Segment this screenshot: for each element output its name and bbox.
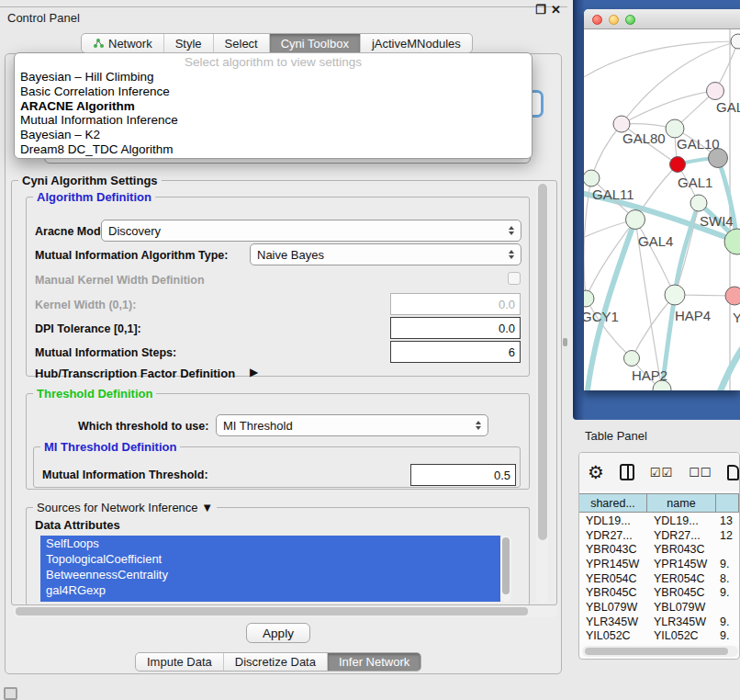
network-node-gal4[interactable] — [626, 210, 645, 230]
gear-icon[interactable]: ⚙ — [588, 463, 604, 481]
network-node-gal10[interactable] — [666, 119, 684, 138]
algorithm-definition-title: Algorithm Definition — [33, 190, 155, 204]
attr-list-scrollbar-thumb[interactable] — [502, 537, 510, 594]
tab-style[interactable]: Style — [164, 34, 214, 52]
table-cell: YPR145W — [647, 557, 716, 571]
tab-network[interactable]: Network — [82, 34, 164, 52]
network-edge[interactable] — [591, 124, 622, 178]
network-node-gcy1[interactable] — [584, 290, 594, 307]
table-hscrollbar-track[interactable] — [582, 646, 738, 657]
manual-kernel-checkbox[interactable] — [508, 272, 521, 285]
select-all-checkboxes-icon[interactable]: ☑☑ — [650, 466, 673, 480]
settings-hscrollbar-thumb[interactable] — [16, 607, 528, 615]
apply-button[interactable]: Apply — [246, 623, 310, 643]
deselect-checkboxes-icon[interactable]: ☐☐ — [689, 466, 712, 480]
table-hscrollbar-thumb[interactable] — [585, 648, 728, 655]
aracne-mode-combo[interactable]: Discovery — [101, 220, 521, 242]
sources-title[interactable]: Sources for Network Inference ▼ — [33, 501, 217, 514]
settings-vscrollbar-thumb[interactable] — [538, 184, 547, 540]
mi-type-combo[interactable]: Naive Bayes — [250, 243, 521, 265]
table-row[interactable]: YDL19...YDL19...13 — [579, 514, 739, 528]
panel-title: Control Panel — [7, 11, 80, 25]
network-node-gal1[interactable] — [670, 157, 686, 173]
table-cell: YER054C — [647, 571, 716, 586]
which-threshold-label: Which threshold to use: — [78, 420, 208, 433]
tab-select[interactable]: Select — [214, 34, 270, 52]
attr-list-scrollbar-track[interactable] — [500, 536, 511, 602]
network-edge[interactable] — [622, 91, 715, 124]
zoom-traffic-light-icon[interactable] — [625, 15, 635, 25]
mit-input[interactable]: 0.5 — [410, 464, 516, 486]
table-row[interactable]: YER054CYER054C8. — [579, 571, 739, 586]
control-panel-titlebar: Control Panel — [0, 7, 567, 29]
sources-title-text: Sources for Network Inference — [37, 501, 198, 514]
minimized-panel-icon[interactable] — [4, 687, 17, 700]
table-row[interactable]: YBL079WYBL079W — [579, 600, 739, 615]
tab-impute-data[interactable]: Impute Data — [136, 653, 224, 671]
dropdown-item[interactable]: ARACNE Algorithm — [15, 99, 532, 114]
network-node-hap4[interactable] — [665, 285, 685, 305]
tab-cyni-toolbox[interactable]: Cyni Toolbox — [270, 34, 361, 52]
network-node-gal[interactable] — [707, 83, 724, 100]
network-canvas[interactable]: GALGAL80GAL10GAL1GAL11SWI4GAL4GCY1HAP4YH… — [584, 29, 740, 390]
collapse-down-arrow-icon[interactable]: ▼ — [201, 501, 213, 514]
column-header-name[interactable]: name — [647, 494, 716, 512]
dropdown-item[interactable]: Dream8 DC_TDC Algorithm — [15, 142, 532, 157]
column-header-partial[interactable] — [716, 494, 739, 512]
dropdown-item[interactable]: Bayesian – Hill Climbing — [15, 70, 532, 85]
table-cell: YDR27... — [579, 528, 647, 543]
table-row[interactable]: YBR043CYBR043C — [579, 542, 739, 557]
table-cell: YPR145W — [579, 557, 647, 571]
node-label: HAP4 — [675, 308, 711, 323]
panel-splitter-handle[interactable] — [563, 338, 567, 346]
attribute-item-selected[interactable]: BetweennessCentrality — [40, 567, 500, 582]
settings-hscrollbar-track[interactable] — [13, 605, 557, 617]
settings-vscrollbar-track[interactable] — [536, 182, 548, 604]
attribute-item-selected[interactable]: TopologicalCoefficient — [40, 551, 500, 567]
network-node-swi4[interactable] — [690, 195, 707, 211]
minimize-traffic-light-icon[interactable] — [609, 15, 619, 25]
close-panel-icon[interactable]: ✕ — [551, 3, 561, 17]
hub-section-label[interactable]: Hub/Transcription Factor Definition — [35, 367, 235, 380]
table-cell: YBL079W — [647, 600, 716, 615]
attribute-item-selected[interactable]: gal4RGexp — [40, 582, 500, 598]
dpi-tolerance-input[interactable]: 0.0 — [390, 317, 521, 339]
table-panel: ⚙ ☑☑ ☐☐ shared... name YDL19...YDL19...1… — [578, 452, 740, 660]
page-icon[interactable] — [727, 465, 739, 480]
tab-discretize-data[interactable]: Discretize Data — [224, 653, 328, 671]
mi-steps-input[interactable]: 6 — [390, 341, 521, 363]
tab-discretize-data-label: Discretize Data — [235, 655, 316, 669]
table-row[interactable]: YBR045CYBR045C9. — [579, 585, 739, 600]
attribute-item-selected[interactable]: SelfLoops — [40, 536, 500, 551]
which-threshold-combo[interactable]: MI Threshold — [216, 414, 488, 436]
network-edge[interactable] — [584, 41, 738, 85]
node-label: GAL10 — [677, 136, 720, 152]
manual-kernel-label: Manual Kernel Width Definition — [35, 274, 205, 287]
network-node-y[interactable] — [725, 287, 740, 305]
dropdown-item[interactable]: Bayesian – K2 — [15, 128, 532, 142]
split-columns-icon[interactable] — [620, 464, 634, 480]
column-header-shared[interactable]: shared... — [579, 494, 647, 512]
network-node-gal11[interactable] — [584, 170, 600, 186]
table-row[interactable]: YIL052CYIL052C9. — [579, 629, 739, 644]
tab-infer-network[interactable]: Infer Network — [328, 653, 420, 671]
table-cell: YDL19... — [579, 514, 647, 528]
table-row[interactable]: YPR145WYPR145W9. — [579, 557, 739, 571]
network-view-window[interactable]: GALGAL80GAL10GAL1GAL11SWI4GAL4GCY1HAP4YH… — [584, 9, 740, 390]
network-node[interactable] — [731, 34, 740, 49]
tab-jactivemnodules[interactable]: jActiveMNodules — [361, 34, 472, 52]
close-traffic-light-icon[interactable] — [592, 15, 602, 25]
network-node-hap2[interactable] — [624, 351, 640, 367]
table-cell: YBR043C — [647, 542, 716, 557]
network-window-titlebar[interactable] — [584, 9, 740, 29]
data-attributes-list[interactable]: SelfLoopsTopologicalCoefficientBetweenne… — [40, 536, 500, 602]
dropdown-item[interactable]: Basic Correlation Inference — [15, 85, 532, 99]
expand-right-arrow-icon[interactable]: ▶ — [250, 366, 258, 378]
mi-steps-label: Mutual Information Steps: — [35, 346, 176, 359]
node-label: SWI4 — [700, 213, 734, 229]
float-window-icon[interactable]: ❐ — [535, 3, 546, 17]
kernel-width-label: Kernel Width (0,1): — [35, 299, 136, 311]
table-row[interactable]: YDR27...YDR27...12 — [579, 528, 739, 543]
dropdown-item[interactable]: Mutual Information Inference — [15, 113, 532, 128]
table-row[interactable]: YLR345WYLR345W9. — [579, 615, 739, 629]
